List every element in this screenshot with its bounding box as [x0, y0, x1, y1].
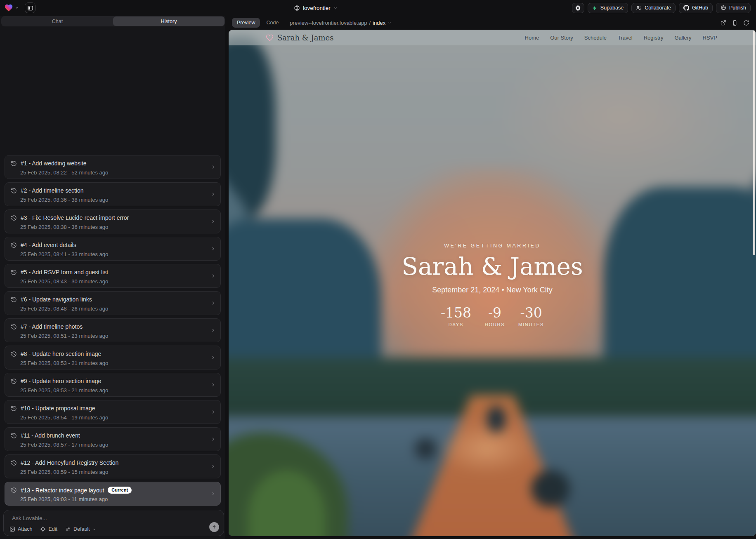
supabase-bolt-icon — [592, 5, 598, 11]
history-item-title: #7 - Add timeline photos — [21, 323, 83, 330]
github-icon — [683, 5, 689, 11]
site-nav-link[interactable]: Travel — [618, 35, 633, 41]
publish-button[interactable]: Publish — [716, 3, 751, 13]
lovable-logo-menu[interactable] — [4, 3, 19, 12]
history-item-timestamp: 25 Feb 2025, 08:51 - 23 minutes ago — [20, 333, 108, 339]
history-item[interactable]: #11 - Add brunch event 25 Feb 2025, 08:5… — [5, 427, 221, 451]
history-item-row: #7 - Add timeline photos — [11, 323, 83, 330]
arrow-up-icon — [212, 525, 217, 530]
hero-title: Sarah & James — [229, 251, 756, 282]
tab-preview[interactable]: Preview — [232, 18, 260, 28]
site-nav-link[interactable]: Home — [525, 35, 539, 41]
history-item-title: #6 - Update navigation links — [21, 296, 92, 303]
history-item[interactable]: #7 - Add timeline photos 25 Feb 2025, 08… — [5, 318, 221, 342]
site-nav-link[interactable]: Gallery — [674, 35, 691, 41]
github-button[interactable]: GitHub — [679, 3, 713, 13]
chevron-right-icon — [210, 273, 216, 279]
top-bar: lovefrontier Supabase — [0, 0, 756, 16]
history-item[interactable]: #3 - Fix: Resolve Lucide-react import er… — [5, 209, 221, 233]
history-item[interactable]: #2 - Add timeline section 25 Feb 2025, 0… — [5, 182, 221, 206]
topbar-right-group: Supabase Collaborate GitHub — [572, 0, 751, 16]
history-item-title: #1 - Add wedding website — [21, 160, 87, 167]
chevron-down-icon — [333, 6, 338, 10]
history-item-row: #6 - Update navigation links — [11, 296, 92, 303]
history-item-timestamp: 25 Feb 2025, 09:03 - 11 minutes ago — [20, 496, 108, 502]
preview-scrollbar-thumb[interactable] — [753, 31, 755, 255]
history-clock-icon — [11, 460, 17, 466]
panel-left-icon — [27, 5, 33, 11]
history-item-timestamp: 25 Feb 2025, 08:22 - 52 minutes ago — [20, 169, 108, 176]
site-nav-link[interactable]: Schedule — [584, 35, 607, 41]
history-item-row: #12 - Add Honeyfund Registry Section — [11, 459, 118, 466]
countdown-column: -9 HOURS — [482, 305, 508, 327]
site-nav-link[interactable]: RSVP — [703, 35, 717, 41]
site-nav-link[interactable]: Our Story — [550, 35, 573, 41]
hero-date-location: September 21, 2024 • New York City — [229, 286, 756, 294]
history-item[interactable]: #5 - Add RSVP form and guest list 25 Feb… — [5, 264, 221, 288]
model-selector[interactable]: Default — [65, 526, 96, 532]
history-clock-icon — [11, 297, 17, 303]
history-item-title: #4 - Add event details — [21, 242, 76, 248]
site-header: Sarah & James Home Our Story Schedule Tr… — [229, 30, 756, 45]
tab-code[interactable]: Code — [266, 20, 279, 26]
history-clock-icon — [11, 269, 17, 275]
history-item[interactable]: #10 - Update proposal image 25 Feb 2025,… — [5, 400, 221, 424]
settings-button[interactable] — [572, 3, 584, 13]
topbar-left-group — [4, 0, 35, 16]
panel-tabbar: Chat History — [1, 16, 225, 26]
external-link-icon[interactable] — [720, 20, 726, 26]
history-item-timestamp: 25 Feb 2025, 08:36 - 38 minutes ago — [20, 197, 108, 203]
site-logo[interactable]: Sarah & James — [266, 33, 333, 42]
chevron-right-icon — [210, 355, 216, 360]
history-item[interactable]: #8 - Update hero section image 25 Feb 20… — [5, 346, 221, 370]
url-page: index — [373, 20, 385, 26]
hero-section: WE'RE GETTING MARRIED Sarah & James Sept… — [229, 243, 756, 327]
history-item-title: #12 - Add Honeyfund Registry Section — [21, 459, 118, 466]
countdown-label: DAYS — [441, 322, 471, 327]
history-item-timestamp: 25 Feb 2025, 08:43 - 30 minutes ago — [20, 278, 108, 285]
model-label: Default — [73, 526, 90, 532]
history-item-title: #2 - Add timeline section — [21, 187, 84, 194]
chevron-right-icon — [210, 192, 216, 197]
supabase-button[interactable]: Supabase — [588, 3, 628, 13]
history-item[interactable]: #4 - Add event details 25 Feb 2025, 08:4… — [5, 237, 221, 261]
sidebar-toggle-button[interactable] — [25, 2, 35, 13]
history-item-title: #3 - Fix: Resolve Lucide-react import er… — [21, 214, 129, 221]
history-item[interactable]: #6 - Update navigation links 25 Feb 2025… — [5, 291, 221, 315]
history-item-row: #5 - Add RSVP form and guest list — [11, 269, 108, 275]
lovable-heart-logo-icon — [4, 3, 13, 12]
url-breadcrumb[interactable]: preview--lovefrontier.lovable.app / inde… — [290, 20, 392, 26]
refresh-icon[interactable] — [743, 20, 749, 26]
history-item-row: #8 - Update hero section image — [11, 351, 101, 357]
chevron-right-icon — [210, 437, 216, 442]
project-selector[interactable]: lovefrontier — [294, 0, 338, 16]
hero-eyebrow: WE'RE GETTING MARRIED — [229, 243, 756, 249]
history-item[interactable]: #9 - Update hero section image 25 Feb 20… — [5, 373, 221, 397]
ask-lovable-input[interactable] — [11, 515, 184, 522]
history-item-timestamp: 25 Feb 2025, 08:38 - 36 minutes ago — [20, 224, 108, 230]
site-nav-link[interactable]: Registry — [644, 35, 664, 41]
history-item-timestamp: 25 Feb 2025, 08:57 - 17 minutes ago — [20, 442, 108, 448]
edit-button[interactable]: Edit — [40, 526, 57, 532]
attach-button[interactable]: Attach — [9, 526, 32, 532]
countdown: -158 DAYS -9 HOURS -30 MINUTES — [229, 305, 756, 327]
tab-history[interactable]: History — [113, 16, 224, 26]
send-button[interactable] — [209, 522, 219, 532]
history-clock-icon — [11, 188, 17, 194]
mobile-view-icon[interactable] — [732, 20, 738, 26]
history-item[interactable]: #1 - Add wedding website 25 Feb 2025, 08… — [5, 155, 221, 179]
history-item-row: #2 - Add timeline section — [11, 187, 84, 194]
image-icon — [9, 526, 15, 532]
history-clock-icon — [11, 324, 17, 330]
history-item-row: #10 - Update proposal image — [11, 405, 95, 412]
history-clock-icon — [11, 378, 17, 384]
history-clock-icon — [11, 433, 17, 439]
history-item[interactable]: #13 - Refactor index page layout Current… — [5, 482, 221, 506]
history-list: #1 - Add wedding website 25 Feb 2025, 08… — [5, 155, 221, 509]
history-item[interactable]: #12 - Add Honeyfund Registry Section 25 … — [5, 454, 221, 478]
tab-chat[interactable]: Chat — [2, 16, 113, 26]
chevron-right-icon — [210, 219, 216, 224]
countdown-label: MINUTES — [518, 322, 544, 327]
collaborate-button[interactable]: Collaborate — [631, 3, 676, 13]
history-item-row: #13 - Refactor index page layout Current — [11, 487, 132, 494]
